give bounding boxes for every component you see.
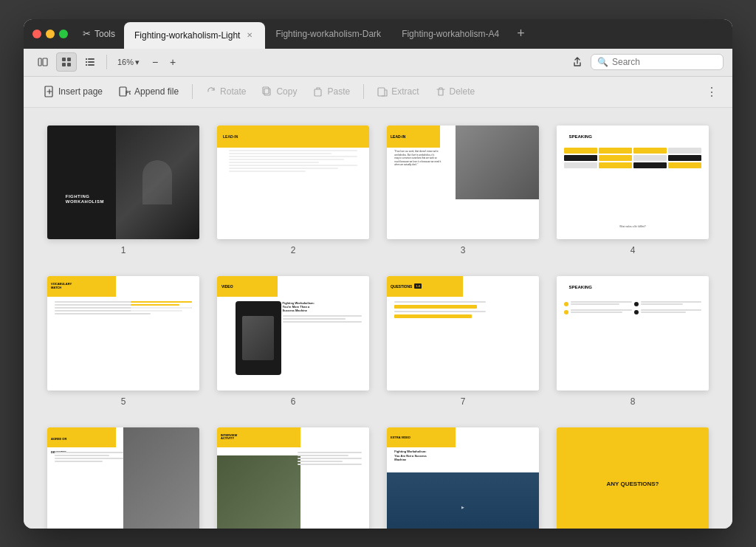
page7-qs [394,301,486,320]
page-thumbnail-1[interactable]: FIGHTINGWORKAHOLISM [47,125,199,240]
append-file-button[interactable]: PDF Append file [113,83,185,100]
tools-icon: ✂ [83,28,91,39]
svg-rect-2 [62,58,66,61]
insert-page-button[interactable]: Insert page [38,83,109,100]
page-thumbnail-5[interactable]: VOCABULARYMATCH [47,276,199,391]
page-thumbnail-11[interactable]: EXTRA VIDEO Fighting Workaholism:You Are… [387,427,539,529]
zoom-display[interactable]: 16% ▾ [113,56,144,69]
zoom-out-button[interactable]: − [147,54,163,70]
titlebar: ✂ Tools Fighting-workaholism-Light ✕ Fig… [24,19,732,49]
tab-fighting-a4[interactable]: Fighting-workaholism-A4 [391,19,509,49]
thumbnail-grid: FIGHTINGWORKAHOLISM 1 LEAD-IN [47,125,709,529]
append-file-label: Append file [134,86,179,97]
insert-page-icon [44,86,55,97]
phone-screen [242,316,274,360]
page11-screen: ▶ [387,472,539,528]
list-view-button[interactable] [80,52,100,72]
sidebar-toggle-button[interactable] [32,52,53,72]
svg-rect-15 [264,89,270,95]
page-item-3: LEAD-IN "If we love our work, that doesn… [387,125,539,256]
paste-icon [313,86,323,97]
traffic-lights [32,30,68,38]
svg-rect-17 [315,89,321,96]
page11-title: EXTRA VIDEO [391,436,410,439]
page3-title: LEAD-IN [391,134,405,139]
more-options-button[interactable]: ⋮ [706,85,718,99]
extract-button[interactable]: Extract [371,83,425,100]
page3-image [456,125,539,199]
page-thumbnail-3[interactable]: LEAD-IN "If we love our work, that doesn… [387,125,539,240]
tab-fighting-dark[interactable]: Fighting-workaholism-Dark [265,19,391,49]
page-number-6: 6 [291,396,296,407]
tab-label-3: Fighting-workaholism-A4 [402,29,499,39]
grid-view-button[interactable] [56,52,77,72]
zoom-in-button[interactable]: + [165,54,181,70]
page10-title: INTERVIEWACTIVITY [221,434,237,441]
zoom-level: 16% [117,58,134,66]
page-number-3: 3 [461,245,466,255]
page-number-1: 1 [121,245,126,255]
page-item-10: INTERVIEWACTIVITY 10 [217,427,369,529]
delete-icon [436,86,446,97]
page-thumbnail-12[interactable]: ANY QUESTIONS? [557,427,709,529]
page-item-4: SPEAKING [557,125,709,256]
minimize-button[interactable] [46,30,55,38]
svg-text:PDF: PDF [126,90,131,95]
svg-rect-4 [62,63,66,66]
main-window: ✂ Tools Fighting-workaholism-Light ✕ Fig… [24,19,732,529]
main-content[interactable]: FIGHTINGWORKAHOLISM 1 LEAD-IN [24,108,732,529]
action-divider-2 [363,84,364,99]
svg-rect-3 [67,58,71,61]
page-thumbnail-4[interactable]: SPEAKING [557,125,709,240]
svg-rect-18 [378,88,385,96]
svg-rect-1 [43,58,47,66]
paste-label: Paste [327,86,350,97]
zoom-chevron-icon: ▾ [135,58,140,67]
tab-label-1: Fighting-workaholism-Light [134,30,240,41]
share-icon [571,56,583,68]
page-thumbnail-6[interactable]: VIDEO Fighting Workaholism:You're More T… [217,276,369,391]
sidebar-icon [38,57,48,67]
page-number-5: 5 [121,396,126,407]
page6-textblock: Fighting Workaholism:You're More Than aS… [283,301,362,324]
page-thumbnail-9[interactable]: AGREE ORDISAGREE [47,427,199,529]
page-number-4: 4 [630,245,636,255]
page10-image [217,455,300,528]
page6-header: VIDEO [217,276,278,297]
page9-header: AGREE ORDISAGREE [47,427,116,448]
page2-title: LEAD-IN [223,134,238,139]
search-box[interactable]: 🔍 [591,54,724,70]
paste-button[interactable]: Paste [307,83,356,100]
copy-button[interactable]: Copy [256,83,303,100]
page3-quote: "If we love our work, that doesn't mean … [394,150,458,167]
search-input[interactable] [612,57,717,67]
tabs-container: Fighting-workaholism-Light ✕ Fighting-wo… [124,19,724,49]
page9-title: AGREE ORDISAGREE [51,437,66,454]
page-thumbnail-10[interactable]: INTERVIEWACTIVITY [217,427,369,529]
delete-button[interactable]: Delete [430,83,481,100]
maximize-button[interactable] [59,30,68,38]
silhouette [142,160,172,204]
tools-button[interactable]: ✂ Tools [77,25,121,42]
page4-subtitle: What makes a life fulfilled? [564,225,701,228]
tab-fighting-light[interactable]: Fighting-workaholism-Light ✕ [124,22,265,49]
svg-rect-10 [86,61,87,63]
share-button[interactable] [567,52,588,72]
close-button[interactable] [32,30,41,38]
page4-title: SPEAKING [568,134,591,139]
svg-rect-6 [88,58,94,60]
page-thumbnail-8[interactable]: SPEAKING [557,276,709,391]
svg-rect-16 [263,87,269,94]
tab-close-1[interactable]: ✕ [244,30,255,41]
page-item-11: EXTRA VIDEO Fighting Workaholism:You Are… [387,427,539,529]
svg-rect-0 [38,58,41,66]
rotate-button[interactable]: Rotate [200,83,252,100]
append-file-icon: PDF [119,86,131,97]
add-tab-button[interactable]: + [509,19,532,49]
page-thumbnail-7[interactable]: QUESTIONS 1-6 [387,276,539,391]
page11-header: EXTRA VIDEO [387,427,456,448]
page11-screen-text: ▶ [461,505,464,509]
page-item-6: VIDEO Fighting Workaholism:You're More T… [217,276,369,407]
svg-rect-8 [88,64,94,66]
page-thumbnail-2[interactable]: LEAD-IN [217,125,369,240]
